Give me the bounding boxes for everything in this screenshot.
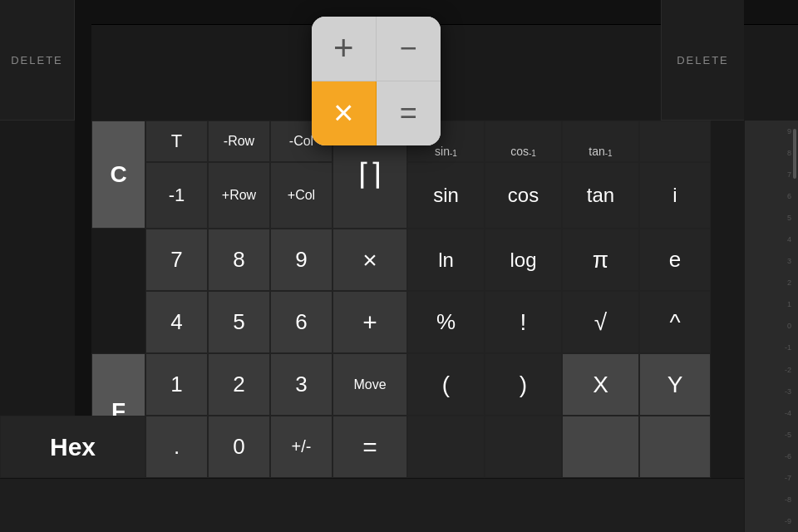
scroll-label-1: 1 bbox=[787, 300, 791, 308]
nine-button[interactable]: 9 bbox=[270, 229, 332, 291]
pi-button[interactable]: π bbox=[562, 229, 639, 291]
scroll-label-5: 5 bbox=[787, 214, 791, 222]
scroll-label-n9: -9 bbox=[785, 517, 791, 525]
cos-button[interactable]: cos bbox=[485, 162, 562, 229]
scroll-label-n7: -7 bbox=[785, 474, 791, 482]
scroll-label-7: 7 bbox=[787, 170, 791, 179]
move-button[interactable]: Move bbox=[332, 353, 407, 416]
dot-button[interactable]: . bbox=[145, 416, 208, 478]
cos-inv-button[interactable]: cos-1 bbox=[485, 121, 562, 162]
popup-minus-label: − bbox=[400, 31, 417, 66]
plus-minus-button[interactable]: +/- bbox=[270, 416, 332, 478]
multiply-button[interactable]: × bbox=[332, 229, 407, 291]
tan-button[interactable]: tan bbox=[562, 162, 639, 229]
scroll-label-n1: -1 bbox=[785, 343, 791, 352]
scroll-label-n8: -8 bbox=[785, 495, 791, 504]
sci-top-empty bbox=[639, 121, 711, 162]
e-button[interactable]: e bbox=[639, 229, 711, 291]
seven-button[interactable]: 7 bbox=[145, 229, 208, 291]
hex-button[interactable]: Hex bbox=[0, 416, 145, 478]
clear-button[interactable]: C bbox=[91, 121, 145, 229]
plus-col-button[interactable]: +Col bbox=[270, 162, 332, 229]
ln-button[interactable]: ln bbox=[407, 229, 485, 291]
four-button[interactable]: 4 bbox=[145, 291, 208, 353]
delete-left-label: DELETE bbox=[11, 54, 63, 66]
popup-equals-button[interactable]: = bbox=[377, 81, 441, 146]
scroll-label-4: 4 bbox=[787, 235, 791, 244]
three-button[interactable]: 3 bbox=[270, 353, 332, 416]
popup-minus-button[interactable]: − bbox=[377, 17, 441, 81]
factorial-button[interactable]: ! bbox=[485, 291, 562, 353]
eight-button[interactable]: 8 bbox=[208, 229, 270, 291]
operator-popup: + − × = bbox=[312, 17, 441, 145]
delete-top-left[interactable]: DELETE bbox=[0, 0, 75, 121]
x-button[interactable]: X bbox=[562, 353, 639, 416]
scroll-label-n3: -3 bbox=[785, 387, 791, 396]
open-paren-button[interactable]: ( bbox=[407, 353, 485, 416]
popup-plus-button[interactable]: + bbox=[312, 17, 377, 81]
popup-multiply-button[interactable]: × bbox=[312, 81, 377, 146]
scroll-label-n4: -4 bbox=[785, 409, 791, 417]
scroll-label-n2: -2 bbox=[785, 366, 791, 374]
five-button[interactable]: 5 bbox=[208, 291, 270, 353]
hex-label: Hex bbox=[50, 433, 96, 461]
percent-button[interactable]: % bbox=[407, 291, 485, 353]
six-button[interactable]: 6 bbox=[270, 291, 332, 353]
popup-plus-label: + bbox=[333, 28, 354, 68]
delete-top-right[interactable]: DELETE bbox=[661, 0, 744, 121]
scroll-label-n5: -5 bbox=[785, 431, 791, 439]
plus-row-button[interactable]: +Row bbox=[208, 162, 270, 229]
one-button[interactable]: 1 bbox=[145, 353, 208, 416]
y-button[interactable]: Y bbox=[639, 353, 711, 416]
minus1-button[interactable]: -1 bbox=[145, 162, 208, 229]
equals-button[interactable]: = bbox=[332, 416, 407, 478]
log-button[interactable]: log bbox=[485, 229, 562, 291]
scroll-label-0: 0 bbox=[787, 322, 791, 330]
right-scroll-panel: 9 8 7 6 5 4 3 2 1 0 -1 -2 -3 -4 -5 -6 -7… bbox=[744, 121, 798, 532]
popup-multiply-label: × bbox=[333, 93, 354, 133]
zero-button[interactable]: 0 bbox=[208, 416, 270, 478]
scroll-label-2: 2 bbox=[787, 278, 791, 287]
close-paren-button[interactable]: ) bbox=[485, 353, 562, 416]
tan-inv-button[interactable]: tan-1 bbox=[562, 121, 639, 162]
c-label: C bbox=[110, 161, 126, 188]
plus-button[interactable]: + bbox=[332, 291, 407, 353]
minus-row-button[interactable]: -Row bbox=[208, 121, 270, 162]
delete-right-label: DELETE bbox=[677, 54, 729, 66]
scroll-label-6: 6 bbox=[787, 192, 791, 200]
power-button[interactable]: ^ bbox=[639, 291, 711, 353]
scroll-label-n6: -6 bbox=[785, 452, 791, 461]
scroll-label-9: 9 bbox=[787, 127, 791, 135]
t-button[interactable]: T bbox=[145, 121, 208, 162]
two-button[interactable]: 2 bbox=[208, 353, 270, 416]
scroll-label-8: 8 bbox=[787, 149, 791, 157]
sin-button[interactable]: sin bbox=[407, 162, 485, 229]
scroll-label-3: 3 bbox=[787, 257, 791, 265]
popup-equals-label: = bbox=[400, 96, 417, 131]
i-button[interactable]: i bbox=[639, 162, 711, 229]
sqrt-button[interactable]: √ bbox=[562, 291, 639, 353]
